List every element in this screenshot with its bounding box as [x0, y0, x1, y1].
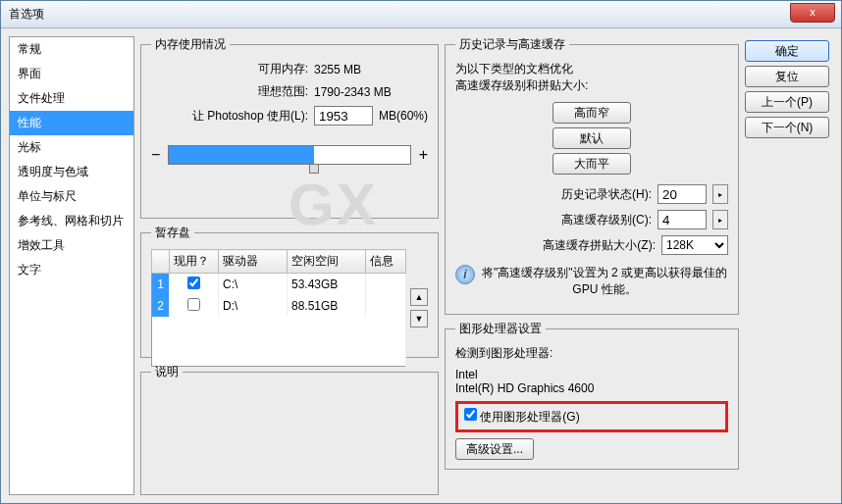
- sidebar-item-type[interactable]: 文字: [10, 258, 133, 282]
- window-title: 首选项: [5, 6, 44, 23]
- history-fieldset: 历史记录与高速缓存 为以下类型的文档优化 高速缓存级别和拼贴大小: 高而窄 默认…: [445, 36, 739, 315]
- cache-tile-label: 高速缓存拼贴大小(Z):: [543, 237, 656, 254]
- sidebar-item-units[interactable]: 单位与标尺: [10, 184, 133, 209]
- description-legend: 说明: [151, 364, 183, 380]
- sidebar-item-guides[interactable]: 参考线、网格和切片: [10, 209, 133, 233]
- use-gpu-checkbox[interactable]: [464, 408, 477, 421]
- cache-levels-input[interactable]: [658, 210, 707, 229]
- main-area: 内存使用情况 可用内存:3255 MB 理想范围:1790-2343 MB 让 …: [140, 36, 833, 495]
- memory-input[interactable]: [314, 106, 373, 126]
- gpu-legend: 图形处理器设置: [455, 321, 546, 337]
- gpu-detected-label: 检测到图形处理器:: [455, 345, 728, 362]
- scratch-active-c[interactable]: [187, 277, 200, 289]
- scratch-table: 现用？ 驱动器 空闲空间 信息 1 C:\ 53.43GB: [151, 249, 406, 367]
- big-flat-button[interactable]: 大而平: [553, 153, 631, 175]
- ideal-range-label: 理想范围:: [151, 83, 308, 100]
- gpu-highlight-box: 使用图形处理器(G): [455, 401, 728, 432]
- titlebar: 首选项 x: [1, 1, 841, 28]
- move-down-button[interactable]: ▼: [410, 310, 428, 328]
- preferences-window: 首选项 x 常规 界面 文件处理 性能 光标 透明度与色域 单位与标尺 参考线、…: [0, 0, 842, 504]
- right-column: 历史记录与高速缓存 为以下类型的文档优化 高速缓存级别和拼贴大小: 高而窄 默认…: [445, 36, 739, 495]
- gpu-fieldset: 图形处理器设置 检测到图形处理器: Intel Intel(R) HD Grap…: [445, 321, 739, 470]
- scratch-fieldset: 暂存盘 现用？ 驱动器 空闲空间 信息: [140, 225, 439, 358]
- cache-info-text: 将"高速缓存级别"设置为 2 或更高以获得最佳的 GPU 性能。: [481, 265, 728, 298]
- slider-plus[interactable]: +: [419, 146, 428, 164]
- col-free: 空闲空间: [287, 250, 365, 274]
- scratch-active-d[interactable]: [187, 298, 200, 311]
- history-legend: 历史记录与高速缓存: [455, 36, 569, 53]
- sidebar-item-interface[interactable]: 界面: [10, 62, 133, 86]
- sidebar-item-transparency[interactable]: 透明度与色域: [10, 160, 133, 184]
- slider-thumb[interactable]: [309, 164, 319, 174]
- gpu-model: Intel(R) HD Graphics 4600: [455, 381, 728, 395]
- ok-button[interactable]: 确定: [745, 40, 829, 62]
- sidebar-item-cursors[interactable]: 光标: [10, 135, 133, 160]
- optimize-line2: 高速缓存级别和拼贴大小:: [455, 77, 728, 94]
- dialog-body: 常规 界面 文件处理 性能 光标 透明度与色域 单位与标尺 参考线、网格和切片 …: [1, 28, 841, 503]
- slider-minus[interactable]: −: [151, 146, 160, 164]
- let-ps-use-label: 让 Photoshop 使用(L):: [151, 108, 308, 125]
- reorder-arrows: ▲ ▼: [410, 249, 428, 367]
- prev-button[interactable]: 上一个(P): [745, 91, 829, 113]
- ideal-range-value: 1790-2343 MB: [314, 85, 392, 99]
- sidebar-item-filehandling[interactable]: 文件处理: [10, 86, 133, 111]
- col-num: [151, 250, 169, 274]
- use-gpu-label[interactable]: 使用图形处理器(G): [464, 410, 580, 424]
- slider-fill: [169, 146, 313, 164]
- history-states-input[interactable]: [658, 184, 707, 204]
- description-fieldset: 说明: [140, 364, 439, 495]
- col-drive: 驱动器: [218, 250, 287, 274]
- sidebar-item-performance[interactable]: 性能: [10, 111, 133, 135]
- cache-tile-select[interactable]: 128K: [661, 235, 728, 255]
- left-column: 内存使用情况 可用内存:3255 MB 理想范围:1790-2343 MB 让 …: [140, 36, 439, 495]
- table-row[interactable]: 2 D:\ 88.51GB: [151, 295, 405, 317]
- stepper-icon[interactable]: ▸: [712, 210, 728, 229]
- category-sidebar: 常规 界面 文件处理 性能 光标 透明度与色域 单位与标尺 参考线、网格和切片 …: [9, 36, 134, 495]
- available-mem-value: 3255 MB: [314, 63, 361, 76]
- gpu-vendor: Intel: [455, 368, 728, 381]
- reset-button[interactable]: 复位: [745, 66, 829, 87]
- info-icon: i: [455, 265, 475, 284]
- sidebar-item-plugins[interactable]: 增效工具: [10, 233, 133, 258]
- memory-unit: MB(60%): [379, 109, 428, 123]
- next-button[interactable]: 下一个(N): [745, 117, 829, 138]
- move-up-button[interactable]: ▲: [410, 288, 428, 306]
- action-buttons: 确定 复位 上一个(P) 下一个(N): [745, 36, 833, 495]
- tall-thin-button[interactable]: 高而窄: [553, 102, 631, 124]
- available-mem-label: 可用内存:: [151, 61, 308, 77]
- sidebar-item-general[interactable]: 常规: [10, 37, 133, 62]
- optimize-line1: 为以下类型的文档优化: [455, 61, 728, 77]
- gpu-advanced-button[interactable]: 高级设置...: [455, 438, 534, 460]
- close-button[interactable]: x: [790, 3, 835, 23]
- history-states-label: 历史记录状态(H):: [561, 186, 652, 203]
- table-row[interactable]: 1 C:\ 53.43GB: [151, 274, 405, 296]
- scratch-legend: 暂存盘: [151, 225, 194, 241]
- default-button[interactable]: 默认: [553, 127, 631, 149]
- stepper-icon[interactable]: ▸: [712, 184, 728, 204]
- memory-fieldset: 内存使用情况 可用内存:3255 MB 理想范围:1790-2343 MB 让 …: [140, 36, 439, 219]
- col-active: 现用？: [169, 250, 218, 274]
- cache-levels-label: 高速缓存级别(C):: [561, 212, 652, 228]
- col-info: 信息: [365, 250, 405, 274]
- memory-legend: 内存使用情况: [151, 36, 230, 53]
- memory-slider[interactable]: [168, 145, 410, 165]
